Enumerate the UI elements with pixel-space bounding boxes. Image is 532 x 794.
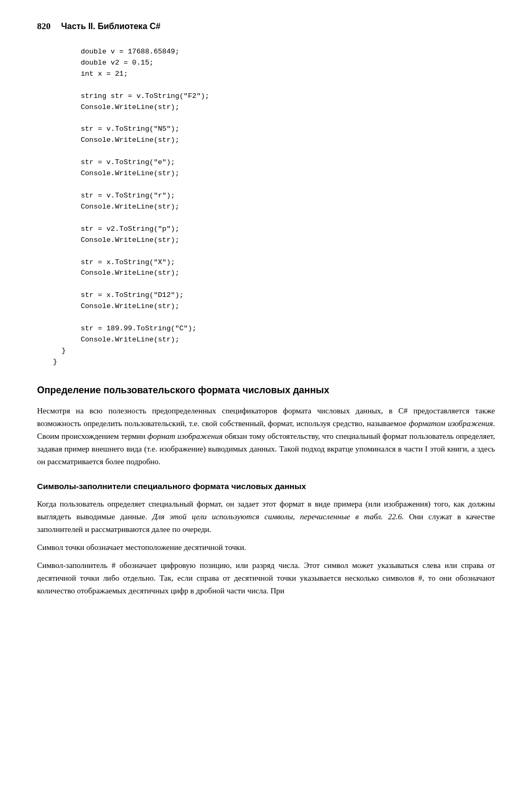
code-line: str = x.ToString("D12"); xyxy=(53,290,495,301)
code-line: str = 189.99.ToString("C"); xyxy=(53,323,495,335)
section2-paragraph2: Символ точки обозначает местоположение д… xyxy=(37,541,495,554)
code-line: Console.WriteLine(str); xyxy=(53,168,495,179)
section1-italic1: форматом изображения xyxy=(409,419,493,428)
code-line xyxy=(53,213,495,224)
code-line: int x = 21; xyxy=(53,69,495,80)
section2-italic1: Для этой цели используются символы, пере… xyxy=(152,512,404,521)
code-line xyxy=(53,80,495,91)
code-line: Console.WriteLine(str); xyxy=(53,335,495,346)
code-line xyxy=(53,312,495,323)
code-line: string str = v.ToString("F2"); xyxy=(53,91,495,102)
code-block: double v = 17688.65849; double v2 = 0.15… xyxy=(37,47,495,368)
code-line: Console.WriteLine(str); xyxy=(53,301,495,312)
page-number: 820 xyxy=(37,21,51,32)
section1-heading: Определение пользовательского формата чи… xyxy=(37,385,495,396)
page-header: 820 Часть II. Библиотека C# xyxy=(37,21,495,32)
code-line: double v = 17688.65849; xyxy=(53,47,495,58)
code-line: double v2 = 0.15; xyxy=(53,58,495,69)
page: 820 Часть II. Библиотека C# double v = 1… xyxy=(0,0,532,794)
code-line: str = v.ToString("r"); xyxy=(53,191,495,202)
code-line: } xyxy=(53,346,495,357)
code-line: Console.WriteLine(str); xyxy=(53,202,495,213)
code-line xyxy=(53,246,495,257)
section2-heading: Символы-заполнители специального формата… xyxy=(37,482,495,491)
code-line: str = v2.ToString("p"); xyxy=(53,224,495,235)
code-line: Console.WriteLine(str); xyxy=(53,135,495,146)
code-line: str = v.ToString("N5"); xyxy=(53,124,495,135)
page-title: Часть II. Библиотека C# xyxy=(61,22,161,31)
code-line xyxy=(53,279,495,290)
code-line: str = x.ToString("X"); xyxy=(53,257,495,268)
code-line: } xyxy=(53,357,495,368)
code-line xyxy=(53,146,495,157)
section2-paragraph3: Символ-заполнитель # обозначает цифровую… xyxy=(37,559,495,597)
section2-paragraph1: Когда пользователь определяет специальны… xyxy=(37,498,495,536)
code-line xyxy=(53,113,495,124)
code-line: Console.WriteLine(str); xyxy=(53,235,495,246)
section1-paragraph1: Несмотря на всю полезность предопределен… xyxy=(37,404,495,468)
section1-italic2: формат изображения xyxy=(147,432,222,440)
code-line: Console.WriteLine(str); xyxy=(53,268,495,279)
code-line xyxy=(53,179,495,191)
code-line: str = v.ToString("e"); xyxy=(53,157,495,168)
code-line: Console.WriteLine(str); xyxy=(53,102,495,113)
